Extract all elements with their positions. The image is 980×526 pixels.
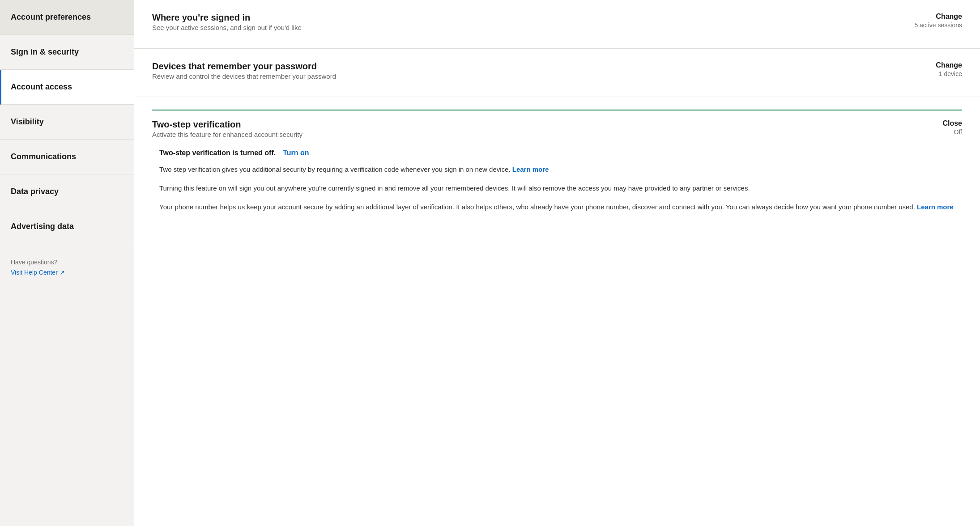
visit-help-center-link[interactable]: Visit Help Center ↗ [11,269,65,276]
sidebar-item-sign-in-security[interactable]: Sign in & security [0,35,134,70]
tsv-learn-more-2[interactable]: Learn more [917,203,954,211]
tsv-close-button[interactable]: Close [926,119,962,127]
where-signed-in-action: Change 5 active sessions [908,13,962,29]
tsv-turn-on-button[interactable]: Turn on [283,149,309,157]
where-signed-in-change-button[interactable]: Change [908,13,962,21]
sidebar-item-account-preferences[interactable]: Account preferences [0,0,134,35]
sidebar-item-account-access[interactable]: Account access [0,70,134,105]
tsv-turned-off-label: Two-step verification is turned off. [159,149,276,157]
where-signed-in-sessions-count: 5 active sessions [908,21,962,29]
sidebar-item-communications[interactable]: Communications [0,140,134,174]
tsv-body: Two step verification gives you addition… [152,164,962,212]
two-step-verification-section: Two-step verification Activate this feat… [134,97,980,233]
sidebar-item-data-privacy[interactable]: Data privacy [0,174,134,209]
where-signed-in-title: Where you're signed in [152,13,302,23]
devices-password-section: Devices that remember your password Revi… [134,49,980,98]
tsv-para1-text: Two step verification gives you addition… [159,165,511,173]
tsv-para3: Your phone number helps us keep your acc… [159,202,962,212]
tsv-status-row: Two-step verification is turned off. Tur… [152,149,962,157]
where-signed-in-description: See your active sessions, and sign out i… [152,23,302,33]
devices-password-text-group: Devices that remember your password Revi… [152,61,336,82]
tsv-title: Two-step verification [152,119,303,130]
tsv-para3-text: Your phone number helps us keep your acc… [159,203,915,211]
tsv-description: Activate this feature for enhanced accou… [152,130,303,140]
sidebar-footer: Have questions? Visit Help Center ↗ [0,248,134,287]
tsv-action: Close Off [926,119,962,136]
sidebar-item-advertising-data[interactable]: Advertising data [0,209,134,244]
devices-password-change-button[interactable]: Change [908,61,962,69]
where-signed-in-section: Where you're signed in See your active s… [134,0,980,49]
main-content: Where you're signed in See your active s… [134,0,980,526]
where-signed-in-text-group: Where you're signed in See your active s… [152,13,302,33]
devices-password-description: Review and control the devices that reme… [152,72,336,82]
tsv-para2: Turning this feature on will sign you ou… [159,183,962,194]
devices-password-action: Change 1 device [908,61,962,77]
sidebar-item-visibility[interactable]: Visibility [0,105,134,140]
sidebar: Account preferences Sign in & security A… [0,0,134,526]
tsv-learn-more-1[interactable]: Learn more [512,165,549,173]
devices-password-title: Devices that remember your password [152,61,336,72]
tsv-text-group: Two-step verification Activate this feat… [152,119,303,140]
external-link-icon: ↗ [60,269,65,276]
devices-password-count: 1 device [908,70,962,77]
help-center-label: Visit Help Center [11,269,58,276]
have-questions-label: Have questions? [11,259,123,266]
tsv-status-badge: Off [926,128,962,136]
tsv-para1: Two step verification gives you addition… [159,164,962,175]
